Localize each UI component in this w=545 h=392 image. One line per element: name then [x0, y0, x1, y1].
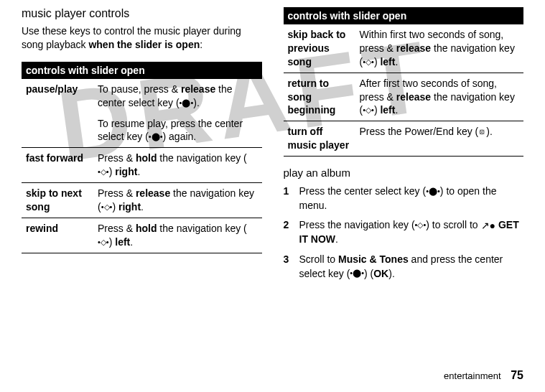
txt: .	[395, 56, 398, 67]
nav-key-icon: •◇•	[101, 202, 113, 213]
step-1: 1 Press the center select key (•⬤•) to o…	[284, 185, 524, 213]
txt: release	[136, 187, 170, 199]
txt: ).	[193, 97, 200, 108]
intro-post: :	[200, 39, 202, 50]
table-header-row: controls with slider open	[284, 7, 524, 24]
nav-key-icon: •◇•	[98, 167, 109, 177]
center-select-icon: •⬤•	[149, 131, 163, 142]
music-player-controls-heading: music player controls	[22, 7, 262, 20]
row-desc: Press & hold the navigation key (•◇•) ri…	[93, 148, 262, 183]
table-row: pause/play To pause, press & release the…	[22, 79, 262, 148]
page-number: 75	[511, 369, 523, 381]
txt: )	[112, 201, 118, 213]
row-label: return to song beginning	[284, 73, 355, 121]
power-end-icon: ⦻	[478, 126, 486, 137]
row-desc: Press the Power/End key (⦻).	[355, 121, 524, 157]
txt: hold	[136, 223, 157, 234]
table-header: controls with slider open	[22, 62, 262, 79]
table-row: skip back to previous song Within first …	[284, 24, 524, 73]
txt: release	[181, 83, 215, 95]
menu-ok: OK	[373, 268, 388, 279]
txt: ).	[388, 268, 395, 279]
nav-key-icon: •◇•	[363, 105, 374, 116]
menu-music-tones: Music & Tones	[338, 253, 409, 265]
txt: hold	[136, 152, 157, 164]
nav-key-icon: •◇•	[363, 57, 374, 67]
center-select-icon: •⬤•	[180, 98, 194, 108]
row-label: skip to next song	[22, 183, 93, 218]
controls-table-left: controls with slider open pause/play To …	[22, 62, 262, 253]
row-label: turn off music player	[284, 121, 355, 157]
table-header: controls with slider open	[284, 7, 524, 24]
intro-text: Use these keys to control the music play…	[22, 24, 262, 52]
row-label: rewind	[22, 218, 93, 253]
left-column: music player controls Use these keys to …	[22, 7, 262, 286]
txt: ) to scroll to	[426, 219, 480, 230]
page-footer: entertainment 75	[444, 369, 523, 382]
txt: left	[115, 236, 130, 248]
row-label: pause/play	[22, 79, 93, 148]
txt: the navigation key (	[157, 152, 246, 164]
right-column: controls with slider open skip back to p…	[284, 7, 524, 286]
table-row: rewind Press & hold the navigation key (…	[22, 218, 262, 253]
table-header-row: controls with slider open	[22, 62, 262, 79]
step-text: Press the center select key (•⬤•) to ope…	[299, 185, 524, 213]
table-row: skip to next song Press & release the na…	[22, 183, 262, 218]
nav-key-icon: •◇•	[98, 237, 109, 248]
get-it-now-icon: ↗●	[481, 219, 495, 233]
footer-section: entertainment	[444, 370, 501, 381]
play-an-album-heading: play an album	[284, 167, 524, 179]
txt: .	[141, 201, 144, 213]
txt: .	[395, 104, 398, 116]
txt: .	[137, 166, 140, 177]
row-label: skip back to previous song	[284, 24, 355, 73]
controls-table-right: controls with slider open skip back to p…	[284, 7, 524, 157]
txt: ) again.	[163, 131, 197, 142]
table-row: fast forward Press & hold the navigation…	[22, 148, 262, 183]
txt: Press the Power/End key (	[360, 126, 479, 137]
row-desc: After first two seconds of song, press &…	[355, 73, 524, 121]
txt: .	[130, 236, 133, 248]
center-select-icon: •⬤•	[426, 186, 440, 197]
txt: )	[109, 166, 116, 177]
step-text: Press the navigation key (•◇•) to scroll…	[299, 218, 524, 247]
txt: Press &	[98, 152, 136, 164]
row-desc: Press & hold the navigation key (•◇•) le…	[93, 218, 262, 253]
txt: ) (	[364, 268, 373, 279]
txt: release	[396, 91, 431, 103]
step-number: 1	[284, 185, 299, 213]
step-number: 2	[284, 218, 299, 247]
txt: )	[109, 236, 116, 248]
row-desc: Within first two seconds of song, press …	[355, 24, 524, 73]
step-2: 2 Press the navigation key (•◇•) to scro…	[284, 218, 524, 247]
step-text: Scroll to Music & Tones and press the ce…	[299, 253, 524, 281]
txt: To pause, press &	[98, 83, 181, 95]
txt: Press &	[98, 223, 136, 234]
row-desc: To pause, press & release the center sel…	[93, 79, 262, 148]
txt: right	[118, 201, 141, 213]
step-3: 3 Scroll to Music & Tones and press the …	[284, 253, 524, 281]
center-select-icon: •⬤•	[350, 268, 364, 279]
txt: Press &	[98, 187, 136, 199]
txt: Press the center select key (	[299, 185, 427, 197]
nav-key-icon: •◇•	[415, 220, 427, 230]
row-label: fast forward	[22, 148, 93, 183]
row-desc: Press & release the navigation key (•◇•)…	[93, 183, 262, 218]
step-number: 3	[284, 253, 299, 281]
table-row: return to song beginning After first two…	[284, 73, 524, 121]
txt: Press the navigation key (	[299, 219, 415, 230]
page-content: music player controls Use these keys to …	[22, 7, 523, 286]
txt: left	[380, 56, 395, 67]
txt: the navigation key (	[157, 223, 246, 234]
txt: Scroll to	[299, 253, 338, 265]
txt: left	[380, 104, 395, 116]
txt: ).	[486, 126, 493, 137]
txt: release	[396, 42, 431, 54]
table-row: turn off music player Press the Power/En…	[284, 121, 524, 157]
txt: .	[335, 233, 338, 245]
txt: right	[115, 166, 137, 177]
intro-bold: when the slider is open	[88, 39, 200, 50]
